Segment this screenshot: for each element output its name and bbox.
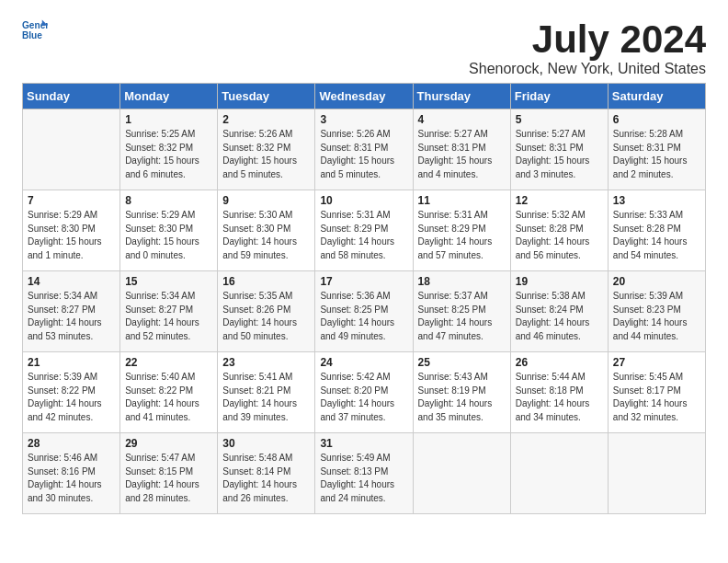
cell-content: Sunrise: 5:35 AM Sunset: 8:26 PM Dayligh… [222,290,310,343]
cell-content: Sunrise: 5:45 AM Sunset: 8:17 PM Dayligh… [613,371,700,424]
calendar-cell: 22Sunrise: 5:40 AM Sunset: 8:22 PM Dayli… [120,352,218,433]
day-number: 6 [613,113,700,126]
cell-content: Sunrise: 5:39 AM Sunset: 8:23 PM Dayligh… [613,290,700,343]
cell-content: Sunrise: 5:29 AM Sunset: 8:30 PM Dayligh… [28,209,115,262]
cell-content: Sunrise: 5:30 AM Sunset: 8:30 PM Dayligh… [222,209,310,262]
day-number: 14 [28,275,115,288]
cell-content: Sunrise: 5:27 AM Sunset: 8:31 PM Dayligh… [516,128,603,181]
day-number: 26 [516,356,603,369]
day-number: 16 [222,275,310,288]
day-number: 3 [320,113,407,126]
calendar-cell: 25Sunrise: 5:43 AM Sunset: 8:19 PM Dayli… [413,352,510,433]
calendar-cell: 20Sunrise: 5:39 AM Sunset: 8:23 PM Dayli… [608,271,705,352]
cell-content: Sunrise: 5:25 AM Sunset: 8:32 PM Dayligh… [125,128,212,181]
cell-content: Sunrise: 5:39 AM Sunset: 8:22 PM Dayligh… [28,371,115,424]
day-number: 1 [125,113,212,126]
calendar-cell: 13Sunrise: 5:33 AM Sunset: 8:28 PM Dayli… [608,190,705,271]
calendar-cell: 14Sunrise: 5:34 AM Sunset: 8:27 PM Dayli… [23,271,120,352]
calendar-cell: 9Sunrise: 5:30 AM Sunset: 8:30 PM Daylig… [218,190,315,271]
calendar-cell: 23Sunrise: 5:41 AM Sunset: 8:21 PM Dayli… [218,352,315,433]
day-number: 5 [516,113,603,126]
day-number: 24 [320,356,407,369]
calendar-cell [413,433,510,514]
calendar-cell: 18Sunrise: 5:37 AM Sunset: 8:25 PM Dayli… [413,271,510,352]
calendar-cell [510,433,608,514]
calendar-header-row: SundayMondayTuesdayWednesdayThursdayFrid… [23,84,706,109]
calendar-cell: 11Sunrise: 5:31 AM Sunset: 8:29 PM Dayli… [413,190,510,271]
calendar-cell: 10Sunrise: 5:31 AM Sunset: 8:29 PM Dayli… [315,190,413,271]
title-block: July 2024 Shenorock, New York, United St… [469,18,706,77]
calendar-cell: 21Sunrise: 5:39 AM Sunset: 8:22 PM Dayli… [23,352,120,433]
calendar-week-row: 1Sunrise: 5:25 AM Sunset: 8:32 PM Daylig… [23,109,706,190]
calendar-cell: 29Sunrise: 5:47 AM Sunset: 8:15 PM Dayli… [120,433,218,514]
day-number: 9 [222,194,310,207]
cell-content: Sunrise: 5:26 AM Sunset: 8:31 PM Dayligh… [320,128,407,181]
calendar-cell: 17Sunrise: 5:36 AM Sunset: 8:25 PM Dayli… [315,271,413,352]
cell-content: Sunrise: 5:28 AM Sunset: 8:31 PM Dayligh… [613,128,700,181]
calendar-cell: 16Sunrise: 5:35 AM Sunset: 8:26 PM Dayli… [218,271,315,352]
cell-content: Sunrise: 5:46 AM Sunset: 8:16 PM Dayligh… [28,452,115,505]
calendar-cell: 19Sunrise: 5:38 AM Sunset: 8:24 PM Dayli… [510,271,608,352]
cell-content: Sunrise: 5:37 AM Sunset: 8:25 PM Dayligh… [418,290,506,343]
cell-content: Sunrise: 5:33 AM Sunset: 8:28 PM Dayligh… [613,209,700,262]
day-of-week-header: Sunday [23,84,120,109]
day-number: 29 [125,437,212,450]
calendar-cell: 8Sunrise: 5:29 AM Sunset: 8:30 PM Daylig… [120,190,218,271]
cell-content: Sunrise: 5:43 AM Sunset: 8:19 PM Dayligh… [418,371,506,424]
cell-content: Sunrise: 5:48 AM Sunset: 8:14 PM Dayligh… [222,452,310,505]
cell-content: Sunrise: 5:44 AM Sunset: 8:18 PM Dayligh… [516,371,603,424]
calendar-cell: 2Sunrise: 5:26 AM Sunset: 8:32 PM Daylig… [218,109,315,190]
location: Shenorock, New York, United States [469,61,706,77]
calendar-cell: 31Sunrise: 5:49 AM Sunset: 8:13 PM Dayli… [315,433,413,514]
day-number: 30 [222,437,310,450]
calendar-week-row: 21Sunrise: 5:39 AM Sunset: 8:22 PM Dayli… [23,352,706,433]
day-number: 31 [320,437,407,450]
day-number: 4 [418,113,506,126]
cell-content: Sunrise: 5:41 AM Sunset: 8:21 PM Dayligh… [222,371,310,424]
cell-content: Sunrise: 5:27 AM Sunset: 8:31 PM Dayligh… [418,128,506,181]
calendar-cell: 12Sunrise: 5:32 AM Sunset: 8:28 PM Dayli… [510,190,608,271]
day-number: 18 [418,275,506,288]
calendar-cell [608,433,705,514]
day-number: 19 [516,275,603,288]
calendar-table: SundayMondayTuesdayWednesdayThursdayFrid… [22,83,706,514]
calendar-cell: 4Sunrise: 5:27 AM Sunset: 8:31 PM Daylig… [413,109,510,190]
logo: General Blue [22,18,48,44]
cell-content: Sunrise: 5:31 AM Sunset: 8:29 PM Dayligh… [418,209,506,262]
cell-content: Sunrise: 5:34 AM Sunset: 8:27 PM Dayligh… [28,290,115,343]
day-number: 27 [613,356,700,369]
cell-content: Sunrise: 5:42 AM Sunset: 8:20 PM Dayligh… [320,371,407,424]
calendar-cell: 15Sunrise: 5:34 AM Sunset: 8:27 PM Dayli… [120,271,218,352]
day-of-week-header: Thursday [413,84,510,109]
day-number: 7 [28,194,115,207]
cell-content: Sunrise: 5:31 AM Sunset: 8:29 PM Dayligh… [320,209,407,262]
calendar-cell: 24Sunrise: 5:42 AM Sunset: 8:20 PM Dayli… [315,352,413,433]
day-number: 10 [320,194,407,207]
day-number: 12 [516,194,603,207]
cell-content: Sunrise: 5:26 AM Sunset: 8:32 PM Dayligh… [222,128,310,181]
calendar-cell: 7Sunrise: 5:29 AM Sunset: 8:30 PM Daylig… [23,190,120,271]
day-of-week-header: Wednesday [315,84,413,109]
day-number: 28 [28,437,115,450]
day-of-week-header: Monday [120,84,218,109]
day-number: 17 [320,275,407,288]
calendar-week-row: 28Sunrise: 5:46 AM Sunset: 8:16 PM Dayli… [23,433,706,514]
logo-icon: General Blue [22,18,48,44]
cell-content: Sunrise: 5:47 AM Sunset: 8:15 PM Dayligh… [125,452,212,505]
svg-text:Blue: Blue [22,30,42,40]
day-of-week-header: Friday [510,84,608,109]
cell-content: Sunrise: 5:32 AM Sunset: 8:28 PM Dayligh… [516,209,603,262]
calendar-cell: 28Sunrise: 5:46 AM Sunset: 8:16 PM Dayli… [23,433,120,514]
calendar-cell: 1Sunrise: 5:25 AM Sunset: 8:32 PM Daylig… [120,109,218,190]
day-number: 15 [125,275,212,288]
calendar-cell: 30Sunrise: 5:48 AM Sunset: 8:14 PM Dayli… [218,433,315,514]
month-title: July 2024 [469,18,706,61]
cell-content: Sunrise: 5:40 AM Sunset: 8:22 PM Dayligh… [125,371,212,424]
calendar-cell [23,109,120,190]
day-of-week-header: Saturday [608,84,705,109]
calendar-cell: 27Sunrise: 5:45 AM Sunset: 8:17 PM Dayli… [608,352,705,433]
calendar-body: 1Sunrise: 5:25 AM Sunset: 8:32 PM Daylig… [23,109,706,514]
day-of-week-header: Tuesday [218,84,315,109]
cell-content: Sunrise: 5:38 AM Sunset: 8:24 PM Dayligh… [516,290,603,343]
cell-content: Sunrise: 5:29 AM Sunset: 8:30 PM Dayligh… [125,209,212,262]
